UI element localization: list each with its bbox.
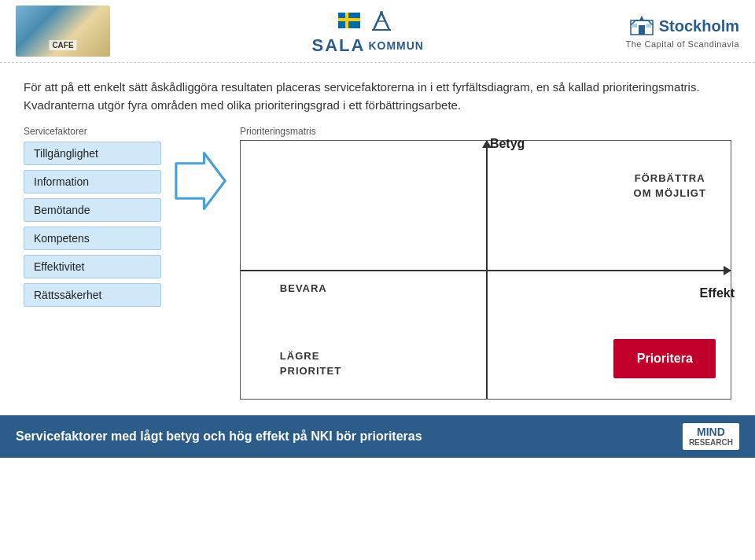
stockholm-logo: Stockholm The Capital of Scandinavia (626, 14, 739, 49)
stockholm-icon (629, 14, 654, 39)
service-factors-panel: Servicefaktorer Tillgänglighet Informati… (24, 126, 161, 311)
sala-sub: KOMMUN (368, 39, 424, 52)
factor-tillganglighet: Tillgänglighet (24, 142, 161, 165)
sala-name: SALA (312, 35, 366, 56)
mind-word: MIND (697, 426, 725, 438)
svg-rect-7 (632, 24, 637, 28)
page-header: SALA KOMMUN Stockholm The Capital of Sca… (0, 0, 755, 63)
swedish-flag-icon (338, 13, 360, 28)
main-content: För att på ett enkelt sätt åskådliggöra … (0, 63, 755, 407)
header-photo (16, 6, 110, 57)
x-axis-label: Effekt (700, 286, 735, 300)
mind-research-badge: MIND RESEARCH (683, 423, 739, 450)
arrow-container (169, 149, 232, 212)
y-axis-label: Betyg (490, 137, 525, 151)
svg-rect-8 (646, 24, 651, 28)
header-photo-area (16, 6, 110, 57)
stockholm-logo-top: Stockholm (629, 14, 739, 39)
sala-logo-text: SALA KOMMUN (312, 35, 424, 56)
bottom-banner: Servicefaktorer med lågt betyg och hög e… (0, 415, 755, 458)
svg-marker-9 (639, 16, 644, 20)
priority-matrix: Prioriteringsmatris Betyg Effekt BEVARA … (240, 126, 731, 400)
factor-kompetens: Kompetens (24, 227, 161, 250)
bottom-banner-text: Servicefaktorer med lågt betyg och hög e… (16, 429, 422, 444)
x-axis-line (241, 270, 731, 271)
quadrant-bevara-label: BEVARA (280, 282, 327, 294)
matrix-label: Prioriteringsmatris (240, 126, 731, 137)
sala-mine-icon (366, 6, 397, 34)
stockholm-sub: The Capital of Scandinavia (626, 39, 739, 49)
service-factors-label: Servicefaktorer (24, 126, 161, 137)
direction-arrow-icon (173, 149, 228, 212)
quadrant-lagre-label: LÄGRE PRIORITET (280, 349, 341, 378)
sala-icon-row (338, 6, 397, 34)
factor-bemotande: Bemötande (24, 198, 161, 222)
svg-rect-6 (639, 25, 645, 35)
mind-word-2: RESEARCH (689, 438, 733, 447)
quadrant-forbattra-label: FÖRBÄTTRA OM MÖJLIGT (634, 171, 706, 200)
factor-effektivitet: Effektivitet (24, 255, 161, 278)
matrix-box: Betyg Effekt BEVARA FÖRBÄTTRA OM MÖJLIGT… (240, 140, 731, 400)
mind-research-logo: MIND RESEARCH (689, 426, 733, 447)
factor-information: Information (24, 170, 161, 193)
svg-point-4 (380, 11, 383, 14)
quadrant-prioritera-box: Prioritera (613, 339, 716, 378)
intro-paragraph: För att på ett enkelt sätt åskådliggöra … (24, 79, 731, 114)
factor-rattssakerhet: Rättssäkerhet (24, 283, 161, 307)
svg-marker-10 (176, 153, 225, 208)
sala-logo: SALA KOMMUN (312, 6, 424, 56)
stockholm-name: Stockholm (659, 17, 739, 35)
content-area: Servicefaktorer Tillgänglighet Informati… (24, 126, 731, 400)
